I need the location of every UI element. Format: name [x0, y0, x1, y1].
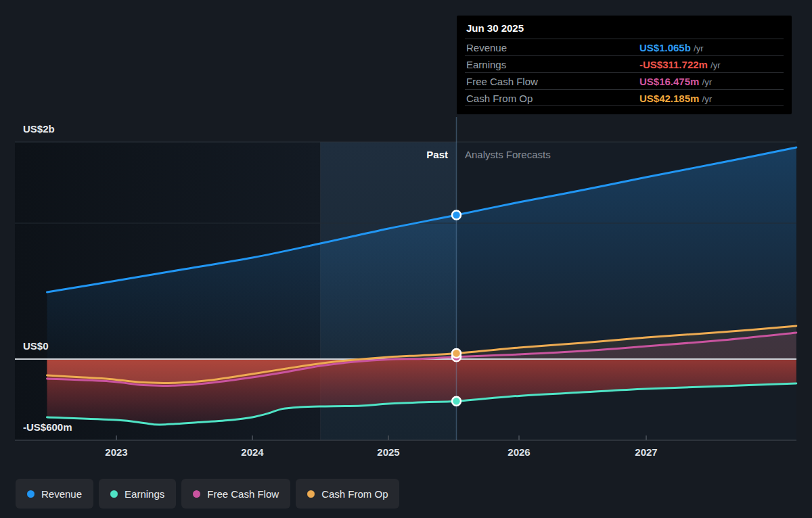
tooltip-label: Free Cash Flow	[465, 76, 538, 87]
legend-item-revenue[interactable]: Revenue	[16, 479, 93, 509]
legend-item-earnings[interactable]: Earnings	[99, 479, 176, 509]
free-cash-flow-dot-icon	[193, 490, 200, 498]
tooltip-row-revenue: Revenue US$1.065b /yr	[465, 39, 784, 55]
tooltip-label: Revenue	[465, 42, 507, 53]
legend-item-cash-from-op[interactable]: Cash From Op	[296, 479, 399, 509]
cash-from-op-dot-icon	[307, 490, 315, 498]
tooltip-label: Earnings	[465, 59, 506, 70]
earnings-dot-icon	[110, 490, 118, 498]
x-axis-label: 2025	[367, 446, 410, 458]
earnings-marker	[452, 397, 461, 406]
tooltip-value: US$1.065b /yr	[639, 39, 704, 57]
revenue-dot-icon	[27, 490, 35, 498]
tooltip-row-cash-from-op: Cash From Op US$42.185m /yr	[465, 89, 784, 106]
chart-legend: Revenue Earnings Free Cash Flow Cash Fro…	[16, 479, 399, 509]
x-axis-label: 2023	[95, 446, 138, 458]
legend-label: Free Cash Flow	[207, 488, 279, 500]
tooltip-value: -US$311.722m /yr	[639, 56, 721, 74]
tooltip-value: US$42.185m /yr	[639, 90, 712, 108]
legend-item-free-cash-flow[interactable]: Free Cash Flow	[181, 479, 290, 509]
legend-label: Cash From Op	[321, 488, 388, 500]
y-axis-label: -US$600m	[23, 421, 72, 433]
chart-panel: US$2bUS$0-US$600m 20232024202520262027 P…	[0, 0, 812, 518]
x-axis-label: 2024	[231, 446, 274, 458]
tooltip-row-earnings: Earnings -US$311.722m /yr	[465, 55, 784, 72]
tooltip-date: Jun 30 2025	[465, 16, 784, 39]
legend-label: Revenue	[41, 488, 82, 500]
x-axis-label: 2027	[625, 446, 668, 458]
past-label: Past	[426, 149, 448, 160]
analysts-forecasts-label: Analysts Forecasts	[465, 149, 551, 160]
y-axis-label: US$0	[23, 340, 49, 352]
x-axis-label: 2026	[497, 446, 541, 458]
tooltip-label: Cash From Op	[465, 93, 533, 104]
legend-label: Earnings	[125, 488, 164, 500]
y-axis-label: US$2b	[23, 123, 55, 135]
tooltip-row-free-cash-flow: Free Cash Flow US$16.475m /yr	[465, 72, 784, 89]
tooltip-value: US$16.475m /yr	[639, 73, 712, 91]
chart-tooltip: Jun 30 2025 Revenue US$1.065b /yr Earnin…	[457, 16, 792, 114]
cash-from-op-marker	[452, 349, 461, 358]
revenue-marker	[452, 211, 461, 220]
